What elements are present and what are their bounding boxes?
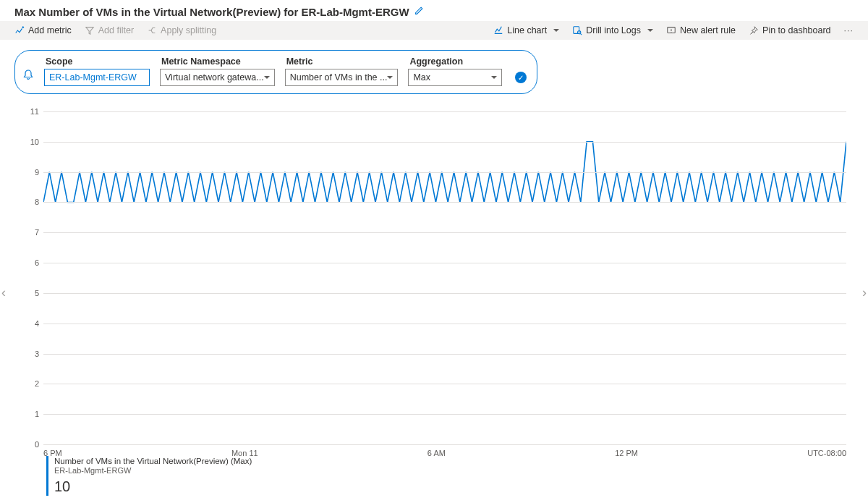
scope-selector[interactable]: ER-Lab-Mgmt-ERGW [44, 69, 150, 86]
metric-selector[interactable]: Number of VMs in the ... [285, 69, 399, 86]
aggregation-label: Aggregation [408, 56, 502, 67]
chevron-down-icon [387, 72, 393, 83]
page-title: Max Number of VMs in the Virtual Network… [14, 6, 409, 18]
add-metric-button[interactable]: Add metric [14, 25, 72, 35]
apply-splitting-button[interactable]: Apply splitting [147, 25, 216, 35]
metric-config-pill: Scope ER-Lab-Mgmt-ERGW Metric Namespace … [14, 50, 537, 94]
chart-legend: Number of VMs in the Virtual Network(Pre… [46, 456, 854, 496]
x-axis-labels: 6 PMMon 116 AM12 PMUTC-08:00 [43, 449, 846, 457]
chart-type-dropdown[interactable]: Line chart [493, 25, 559, 35]
metric-namespace-label: Metric Namespace [160, 56, 275, 67]
new-alert-rule-button[interactable]: New alert rule [666, 25, 736, 35]
metrics-chart[interactable]: 01234567891011 [43, 111, 846, 444]
svg-rect-0 [574, 27, 579, 34]
prev-time-button[interactable]: ‹ [1, 285, 6, 300]
toolbar: Add metric Add filter Apply splitting Li… [0, 21, 868, 40]
metric-label: Metric [285, 56, 399, 67]
pin-to-dashboard-button[interactable]: Pin to dashboard [749, 25, 831, 35]
check-icon[interactable]: ✓ [515, 72, 527, 83]
bell-icon [22, 69, 34, 83]
metric-namespace-selector[interactable]: Virtual network gatewa... [160, 69, 275, 86]
next-time-button[interactable]: › [862, 285, 867, 300]
add-filter-button[interactable]: Add filter [85, 25, 134, 35]
legend-resource-name: ER-Lab-Mgmt-ERGW [54, 466, 854, 476]
legend-series-name: Number of VMs in the Virtual Network(Pre… [54, 456, 854, 466]
legend-value: 10 [54, 478, 854, 496]
chevron-down-icon [491, 72, 497, 83]
scope-label: Scope [44, 56, 150, 67]
chevron-down-icon [264, 72, 270, 83]
aggregation-selector[interactable]: Max [408, 69, 502, 86]
drill-into-logs-button[interactable]: Drill into Logs [572, 25, 653, 35]
edit-title-icon[interactable] [414, 6, 424, 18]
more-actions-button[interactable]: ··· [844, 25, 854, 35]
